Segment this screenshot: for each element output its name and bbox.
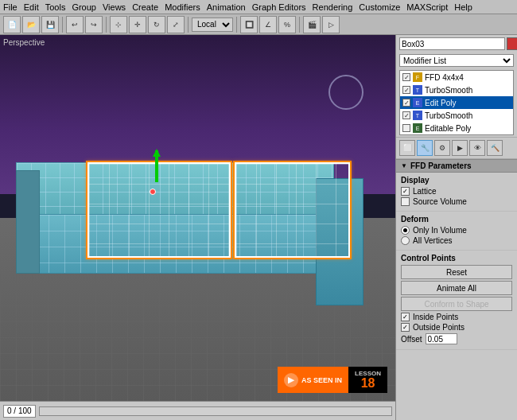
only-in-volume-row: Only In Volume — [401, 226, 512, 235]
tb-angle-snap[interactable]: ∠ — [259, 16, 277, 33]
tb-move[interactable]: ✛ — [129, 16, 146, 33]
stack-check-ts1[interactable]: ✓ — [402, 86, 410, 94]
stack-label-ffd: FFD 4x4x4 — [425, 73, 464, 82]
stack-check-ep[interactable]: ✓ — [402, 99, 410, 107]
lattice-row: Lattice — [401, 187, 512, 196]
ffd-params-header[interactable]: ▼ FFD Parameters — [396, 159, 517, 173]
source-volume-label: Source Volume — [413, 197, 467, 206]
ffd-parameters-section: ▼ FFD Parameters Display Lattice Source … — [396, 159, 517, 420]
stack-item-turbosmooth2[interactable]: ✓ T TurboSmooth — [400, 109, 513, 122]
tb-undo[interactable]: ↩ — [66, 16, 84, 33]
offset-input[interactable] — [426, 333, 457, 344]
only-in-volume-label: Only In Volume — [413, 226, 467, 235]
conform-button[interactable]: Conform to Shape — [401, 297, 512, 311]
stack-label-ep: Edit Poly — [425, 99, 456, 107]
panel-icon-display[interactable]: 👁 — [469, 140, 485, 156]
outside-points-label: Outside Points — [413, 323, 465, 332]
stack-check-ep2[interactable] — [402, 124, 410, 132]
panel-icon-create[interactable]: ⬜ — [399, 140, 415, 156]
stack-icon-ts1: T — [413, 85, 422, 95]
main-layout: Perspective ▶ AS SEEN IN LESSON 18 0 / 1… — [0, 35, 517, 420]
tb-save[interactable]: 💾 — [41, 16, 59, 33]
menu-bar: File Edit Tools Group Views Create Modif… — [0, 0, 517, 14]
menu-file[interactable]: File — [3, 2, 17, 12]
tb-redo[interactable]: ↪ — [85, 16, 103, 33]
selection-box-1 — [86, 161, 232, 259]
gizmo-y-tip — [153, 149, 161, 157]
menu-animation[interactable]: Animation — [207, 2, 246, 12]
stack-label-ep2: Editable Poly — [425, 124, 471, 133]
lattice-checkbox[interactable] — [401, 187, 410, 196]
tb-snap[interactable]: 🔲 — [240, 16, 258, 33]
stack-item-editable-poly[interactable]: E Editable Poly — [400, 122, 513, 134]
panel-icons-row: ⬜ 🔧 ⚙ ▶ 👁 🔨 — [396, 137, 517, 159]
toolbar: 📄 📂 💾 ↩ ↪ ⊹ ✛ ↻ ⤢ Local World View 🔲 ∠ %… — [0, 14, 517, 35]
source-volume-row: Source Volume — [401, 197, 512, 206]
control-points-group: Control Points Reset Animate All Conform… — [396, 251, 517, 350]
viewport-area[interactable]: Perspective ▶ AS SEEN IN LESSON 18 0 / 1… — [0, 35, 395, 420]
viewport-status-bar: 0 / 100 — [0, 401, 395, 420]
stack-check-ts2[interactable]: ✓ — [402, 111, 410, 119]
tb-open[interactable]: 📂 — [22, 16, 40, 33]
modifier-stack: ✓ F FFD 4x4x4 ✓ T TurboSmooth ✓ E Edit P… — [399, 70, 514, 135]
stack-label-ts1: TurboSmooth — [425, 86, 472, 95]
all-vertices-label: All Vertices — [413, 236, 452, 245]
outside-points-checkbox[interactable] — [401, 323, 410, 332]
stack-icon-ep: E — [413, 98, 422, 107]
tb-sep1 — [62, 17, 63, 33]
inside-points-checkbox[interactable] — [401, 313, 410, 321]
modifier-list-dropdown[interactable]: Modifier List — [399, 54, 514, 67]
menu-rendering[interactable]: Rendering — [313, 2, 353, 12]
reset-button[interactable]: Reset — [401, 265, 512, 279]
panel-icon-utilities[interactable]: 🔨 — [487, 140, 503, 156]
object-color-swatch[interactable] — [507, 37, 517, 50]
menu-group[interactable]: Group — [72, 2, 96, 12]
tb-new[interactable]: 📄 — [3, 16, 21, 33]
tb-select[interactable]: ⊹ — [110, 16, 127, 33]
menu-views[interactable]: Views — [103, 2, 126, 12]
menu-tools[interactable]: Tools — [45, 2, 66, 12]
all-vertices-row: All Vertices — [401, 236, 512, 245]
ffd-collapse-arrow: ▼ — [401, 162, 407, 169]
selection-box-2 — [233, 161, 352, 259]
stack-item-turbosmooth1[interactable]: ✓ T TurboSmooth — [400, 84, 513, 96]
stack-label-ts2: TurboSmooth — [425, 111, 472, 120]
play-icon: ▶ — [284, 373, 298, 387]
panel-icon-motion[interactable]: ▶ — [452, 140, 468, 156]
tb-rotate[interactable]: ↻ — [148, 16, 165, 33]
stack-check-ffd[interactable]: ✓ — [402, 73, 410, 81]
right-panel: Modifier List ✓ F FFD 4x4x4 ✓ T TurboSmo… — [395, 35, 517, 420]
stack-icon-ts2: T — [413, 111, 422, 120]
stack-item-editpoly[interactable]: ✓ E Edit Poly — [400, 96, 513, 109]
stack-icon-ep2: E — [413, 123, 422, 133]
object-name-field[interactable] — [399, 37, 505, 50]
all-vertices-radio[interactable] — [401, 236, 410, 245]
tb-ref-coord[interactable]: Local World View — [192, 18, 233, 32]
menu-modifiers[interactable]: Modifiers — [165, 2, 200, 12]
viewport-3d[interactable]: Perspective ▶ AS SEEN IN LESSON 18 — [0, 35, 395, 401]
menu-create[interactable]: Create — [132, 2, 158, 12]
stack-item-ffd[interactable]: ✓ F FFD 4x4x4 — [400, 71, 513, 84]
animate-all-button[interactable]: Animate All — [401, 281, 512, 295]
tb-sep5 — [299, 17, 300, 33]
display-group: Display Lattice Source Volume — [396, 173, 517, 212]
menu-edit[interactable]: Edit — [24, 2, 39, 12]
deform-group: Deform Only In Volume All Vertices — [396, 212, 517, 251]
tb-render[interactable]: 🎬 — [303, 16, 321, 33]
menu-help[interactable]: Help — [454, 2, 472, 12]
tb-sep3 — [188, 17, 189, 33]
only-in-volume-radio[interactable] — [401, 226, 410, 235]
source-volume-checkbox[interactable] — [401, 197, 410, 206]
menu-maxscript[interactable]: MAXScript — [406, 2, 448, 12]
timeline-scrollbar[interactable] — [39, 406, 392, 416]
tb-percent-snap[interactable]: % — [278, 16, 296, 33]
gizmo-center — [150, 189, 156, 195]
menu-graph-editors[interactable]: Graph Editors — [252, 2, 306, 12]
tb-scale[interactable]: ⤢ — [167, 16, 185, 33]
menu-customize[interactable]: Customize — [359, 2, 400, 12]
tb-render-type[interactable]: ▷ — [322, 16, 340, 33]
deform-group-title: Deform — [401, 215, 512, 224]
panel-icon-modify[interactable]: 🔧 — [417, 140, 433, 156]
panel-icon-hierarchy[interactable]: ⚙ — [434, 140, 450, 156]
sofa-left-side — [16, 170, 40, 274]
